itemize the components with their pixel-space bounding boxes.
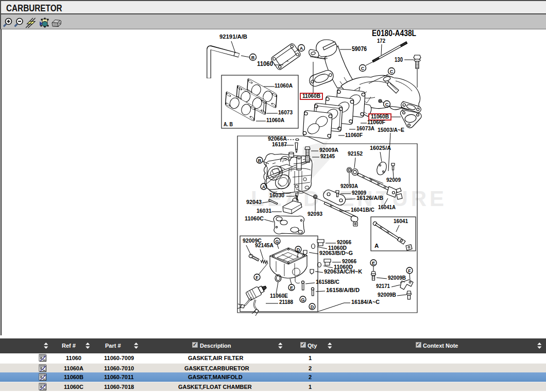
- svg-text:C: C: [390, 69, 394, 74]
- svg-text:16126/A/B: 16126/A/B: [356, 195, 383, 201]
- svg-text:16031: 16031: [257, 208, 272, 214]
- svg-text:92191/A/B: 92191/A/B: [219, 33, 247, 40]
- svg-text:92145: 92145: [320, 153, 335, 159]
- svg-text:B: B: [258, 158, 262, 163]
- svg-text:21188: 21188: [279, 299, 294, 305]
- svg-text:11060E: 11060E: [270, 293, 288, 299]
- svg-text:11060C: 11060C: [245, 215, 264, 221]
- svg-text:G: G: [275, 239, 279, 244]
- svg-text:92152: 92152: [348, 150, 363, 157]
- svg-text:92043: 92043: [246, 199, 262, 205]
- svg-text:B: B: [251, 55, 255, 60]
- svg-text:F: F: [408, 268, 411, 274]
- svg-text:11060B: 11060B: [302, 93, 320, 99]
- svg-text:92063A/C/H~K: 92063A/C/H~K: [324, 268, 363, 275]
- svg-text:C: C: [361, 66, 365, 71]
- svg-text:92171: 92171: [376, 283, 390, 289]
- svg-text:16030: 16030: [269, 192, 284, 198]
- svg-text:59076: 59076: [352, 45, 367, 53]
- svg-text:16041B/C: 16041B/C: [351, 207, 374, 213]
- svg-text:92145A: 92145A: [255, 242, 274, 248]
- svg-text:92009B: 92009B: [388, 275, 406, 281]
- svg-text:11060A: 11060A: [275, 82, 293, 89]
- svg-text:16041A: 16041A: [378, 204, 396, 210]
- svg-text:A: A: [300, 46, 303, 51]
- svg-text:11060A: 11060A: [266, 117, 284, 123]
- svg-text:130: 130: [395, 56, 403, 63]
- svg-text:16158B/C: 16158B/C: [316, 279, 339, 285]
- svg-text:C: C: [385, 102, 389, 107]
- svg-text:16041: 16041: [394, 218, 408, 224]
- svg-text:D: D: [297, 247, 300, 252]
- svg-text:16025/A: 16025/A: [370, 145, 391, 151]
- svg-text:A: A: [374, 243, 379, 249]
- svg-text:92009: 92009: [386, 177, 401, 183]
- svg-text:E: E: [372, 261, 375, 266]
- svg-text:16073: 16073: [278, 109, 293, 115]
- svg-text:92009A: 92009A: [319, 147, 338, 153]
- svg-text:172: 172: [377, 38, 385, 44]
- svg-text:11060F: 11060F: [367, 119, 385, 125]
- svg-text:F: F: [255, 275, 259, 280]
- svg-text:16187: 16187: [272, 141, 287, 147]
- svg-text:11060: 11060: [257, 60, 273, 67]
- svg-text:11060F: 11060F: [345, 132, 363, 138]
- svg-text:A: A: [262, 184, 266, 190]
- svg-text:92009B: 92009B: [378, 292, 396, 298]
- svg-text:16184/A~C: 16184/A~C: [351, 299, 380, 305]
- svg-text:92063/B/D~G: 92063/B/D~G: [319, 250, 353, 256]
- svg-text:D: D: [311, 304, 314, 310]
- svg-text:A. B: A. B: [224, 121, 233, 127]
- svg-text:E: E: [290, 285, 293, 291]
- svg-text:16073A: 16073A: [356, 125, 374, 131]
- svg-text:92093: 92093: [308, 211, 322, 217]
- svg-text:E0180-A438L: E0180-A438L: [372, 29, 416, 38]
- svg-text:G: G: [301, 297, 304, 302]
- svg-text:15003/A~E: 15003/A~E: [378, 127, 404, 133]
- svg-text:16158/A/B/D: 16158/A/B/D: [326, 287, 360, 293]
- svg-text:92093A: 92093A: [340, 183, 358, 189]
